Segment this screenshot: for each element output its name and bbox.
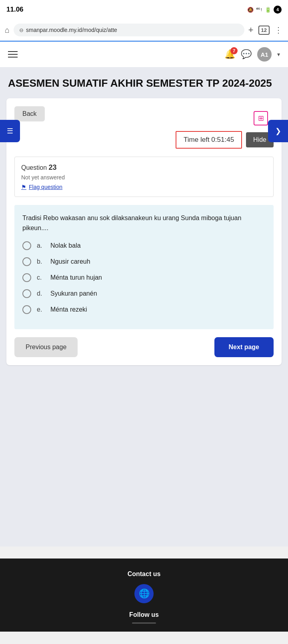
radio-e[interactable]: [22, 305, 31, 314]
option-a-text: Nolak bala: [50, 242, 81, 249]
question-header: Question 23: [21, 163, 267, 172]
app-header: 🔔 7 💬 A1 ▾: [0, 42, 288, 67]
flag-icon: ⚑: [21, 184, 26, 190]
chevron-down-icon[interactable]: ▾: [277, 51, 280, 58]
option-b-text: Ngusir careuh: [50, 258, 90, 265]
notification-count: 7: [230, 47, 238, 54]
option-e-text: Ménta rezeki: [50, 306, 87, 313]
quiz-nav-icon[interactable]: ⊞: [254, 111, 268, 125]
option-e-letter: e.: [37, 306, 45, 313]
question-number: 23: [49, 163, 57, 171]
next-page-button[interactable]: Next page: [214, 337, 274, 357]
browser-actions: + 12 ⋮: [248, 25, 283, 35]
radio-d[interactable]: [22, 289, 31, 298]
timer-row: Time left 0:51:45 Hide: [14, 131, 274, 149]
user-avatar[interactable]: A1: [257, 47, 272, 62]
question-content: Tradisi Rebo wakasan anu sok dilaksanake…: [14, 205, 274, 329]
status-bar: 11.06 🔕 ⁴⁶↑ 🔋 4: [0, 0, 288, 19]
previous-page-button[interactable]: Previous page: [14, 337, 78, 357]
back-button[interactable]: Back: [14, 106, 45, 121]
side-nav-right-button[interactable]: ❯: [268, 120, 288, 142]
header-right: 🔔 7 💬 A1 ▾: [224, 47, 280, 62]
quiz-title: ASESMEN SUMATIF AKHIR SEMESTER TP 2024-2…: [0, 67, 288, 98]
url-text: smanpar.moodle.my.id/mod/quiz/atte: [26, 27, 117, 33]
option-d-letter: d.: [37, 290, 45, 297]
follow-us-label: Follow us: [8, 611, 280, 618]
lock-icon: ⊖: [19, 27, 24, 33]
main-content: ☰ ⊞ ❯ ASESMEN SUMATIF AKHIR SEMESTER TP …: [0, 67, 288, 547]
status-time: 11.06: [6, 6, 24, 14]
option-c-text: Ménta turun hujan: [50, 274, 102, 281]
flag-question-link[interactable]: ⚑ Flag question: [21, 184, 267, 190]
globe-button[interactable]: 🌐: [134, 584, 154, 603]
grid-icon: ⊞: [258, 114, 264, 123]
browser-bar: ⌂ ⊖ smanpar.moodle.my.id/mod/quiz/atte +…: [0, 19, 288, 42]
option-b[interactable]: b. Ngusir careuh: [22, 257, 266, 266]
side-nav-left-button[interactable]: ☰: [0, 120, 20, 142]
question-label: Question: [21, 164, 47, 171]
list-icon: ☰: [7, 127, 13, 135]
flag-question-label: Flag question: [29, 184, 62, 190]
footer: Contact us 🌐 Follow us: [0, 559, 288, 632]
option-d[interactable]: d. Syukuran panén: [22, 289, 266, 298]
tab-count[interactable]: 12: [258, 26, 270, 35]
quiz-card: Back Time left 0:51:45 Hide Question 23 …: [6, 98, 282, 365]
home-icon[interactable]: ⌂: [5, 26, 10, 35]
status-icons: 🔕 ⁴⁶↑ 🔋 4: [247, 6, 282, 14]
signal-icon: ⁴⁶↑: [256, 7, 262, 12]
mute-icon: 🔕: [247, 7, 254, 13]
globe-icon: 🌐: [139, 588, 150, 599]
hamburger-menu[interactable]: [8, 51, 18, 58]
contact-us-label: Contact us: [8, 570, 280, 578]
footer-divider: [132, 622, 156, 624]
question-box: Question 23 Not yet answered ⚑ Flag ques…: [14, 157, 274, 197]
answer-options: a. Nolak bala b. Ngusir careuh c. Ménta …: [22, 241, 266, 314]
menu-dots-icon[interactable]: ⋮: [274, 25, 283, 35]
question-status: Not yet answered: [21, 174, 267, 181]
option-e[interactable]: e. Ménta rezeki: [22, 305, 266, 314]
navigation-buttons: Previous page Next page: [14, 337, 274, 357]
option-a-letter: a.: [37, 242, 45, 249]
radio-c[interactable]: [22, 273, 31, 282]
option-d-text: Syukuran panén: [50, 290, 97, 297]
radio-b[interactable]: [22, 257, 31, 266]
battery-icon: 🔋: [265, 7, 271, 13]
url-bar[interactable]: ⊖ smanpar.moodle.my.id/mod/quiz/atte: [14, 24, 244, 36]
option-b-letter: b.: [37, 258, 45, 265]
chat-icon[interactable]: 💬: [241, 49, 252, 60]
chevron-right-icon: ❯: [275, 127, 281, 135]
option-c-letter: c.: [37, 274, 45, 281]
timer-display: Time left 0:51:45: [176, 131, 242, 149]
plus-icon[interactable]: +: [248, 25, 254, 35]
option-a[interactable]: a. Nolak bala: [22, 241, 266, 250]
notification-bell[interactable]: 🔔 7: [224, 49, 235, 60]
option-c[interactable]: c. Ménta turun hujan: [22, 273, 266, 282]
radio-a[interactable]: [22, 241, 31, 250]
status-badge: 4: [274, 6, 282, 14]
question-text: Tradisi Rebo wakasan anu sok dilaksanake…: [22, 213, 266, 233]
